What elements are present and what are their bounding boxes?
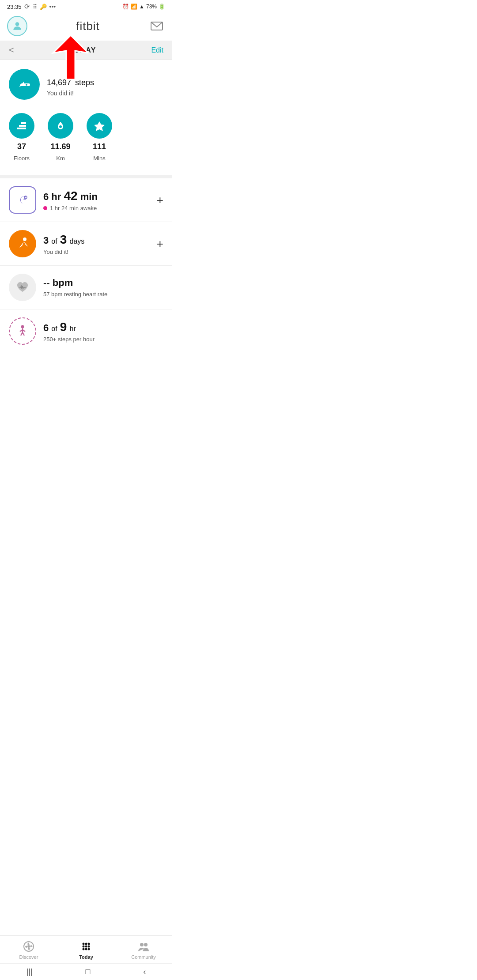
grid-icon: ⠿ (33, 3, 37, 10)
svg-point-12 (23, 237, 26, 241)
status-time: 23:35 (7, 4, 22, 10)
wifi-icon: 📶 (131, 4, 137, 10)
svg-rect-6 (21, 122, 26, 124)
heart-rate-icon (9, 274, 36, 301)
divider-1 (0, 175, 172, 178)
floors-icon (9, 113, 34, 139)
heart-rate-card[interactable]: -- bpm 57 bpm resting heart rate (0, 266, 172, 309)
status-left: 23:35 ⟳ ⠿ 🔑 ••• (7, 3, 56, 11)
km-icon (48, 113, 73, 139)
sleep-add-button[interactable]: + (152, 193, 163, 207)
svg-rect-4 (17, 128, 26, 129)
sleep-duration: 6 hr 42 min (43, 188, 152, 204)
svg-marker-8 (94, 121, 105, 131)
sync-icon: ⟳ (24, 3, 30, 11)
sleep-content: 6 hr 42 min 1 hr 24 min awake (43, 188, 152, 212)
more-icon: ••• (49, 3, 56, 10)
heart-rate-content: -- bpm 57 bpm resting heart rate (43, 277, 163, 297)
activity-subtext: You did it! (43, 249, 152, 255)
alarm-icon: ⏰ (122, 4, 129, 10)
activity-days: 3 of 3 days (43, 232, 152, 247)
svg-rect-9 (15, 192, 30, 207)
app-header: fitbit (0, 12, 172, 41)
steps-count: 14,697 steps (47, 72, 94, 89)
floors-value: 37 (17, 142, 26, 151)
steps-main: 14,697 steps You did it! (9, 69, 163, 100)
battery-icon: 🔋 (159, 4, 165, 10)
active-hours-value: 6 of 9 hr (43, 320, 163, 335)
steps-icon[interactable] (9, 69, 40, 100)
active-hours-card[interactable]: 6 of 9 hr 250+ steps per hour (0, 309, 172, 353)
sleep-card[interactable]: Z 6 hr 42 min 1 hr 24 min awake + (0, 178, 172, 222)
heart-rate-subtext: 57 bpm resting heart rate (43, 291, 163, 298)
sleep-icon: Z (9, 186, 36, 214)
km-value: 11.69 (50, 142, 70, 151)
heart-rate-value: -- bpm (43, 277, 163, 289)
activity-content: 3 of 3 days You did it! (43, 232, 152, 256)
app-title: fitbit (76, 19, 100, 33)
awake-dot (43, 206, 47, 210)
svg-point-7 (59, 125, 62, 128)
activity-card[interactable]: 3 of 3 days You did it! + (0, 222, 172, 266)
svg-point-13 (21, 325, 24, 328)
activity-icon (9, 230, 36, 257)
mins-icon (87, 113, 112, 139)
svg-point-0 (15, 22, 19, 26)
back-button[interactable]: < (9, 45, 14, 55)
steps-section: 14,697 steps You did it! 37 Floors (0, 60, 172, 175)
edit-button[interactable]: Edit (151, 46, 163, 54)
svg-line-18 (23, 332, 24, 335)
key-icon: 🔑 (40, 4, 47, 10)
mail-button[interactable] (148, 18, 165, 34)
steps-info: 14,697 steps You did it! (47, 72, 94, 97)
mins-label: Mins (93, 155, 105, 162)
battery-percent: 73% (146, 4, 157, 10)
floors-stat[interactable]: 37 Floors (9, 113, 34, 162)
sleep-subtext: 1 hr 24 min awake (43, 205, 152, 211)
mins-stat[interactable]: 111 Mins (87, 113, 112, 162)
signal-icon: ▲ (139, 4, 144, 10)
nav-title: TODAY (69, 46, 96, 54)
status-right: ⏰ 📶 ▲ 73% 🔋 (122, 4, 165, 10)
nav-bar: < TODAY Edit (0, 41, 172, 60)
status-bar: 23:35 ⟳ ⠿ 🔑 ••• ⏰ 📶 ▲ 73% 🔋 (0, 0, 172, 12)
steps-subtext: You did it! (47, 90, 94, 97)
activity-add-button[interactable]: + (152, 237, 163, 251)
main-content: 14,697 steps You did it! 37 Floors (0, 60, 172, 406)
floors-label: Floors (14, 155, 30, 162)
km-label: Km (56, 155, 65, 162)
active-hours-icon (9, 317, 36, 345)
svg-rect-5 (19, 125, 26, 127)
avatar[interactable] (7, 16, 27, 36)
km-stat[interactable]: 11.69 Km (48, 113, 73, 162)
stats-row: 37 Floors 11.69 Km 11 (9, 109, 163, 170)
active-hours-content: 6 of 9 hr 250+ steps per hour (43, 320, 163, 343)
active-hours-subtext: 250+ steps per hour (43, 336, 163, 343)
svg-point-3 (26, 84, 27, 86)
mins-value: 111 (93, 142, 106, 151)
